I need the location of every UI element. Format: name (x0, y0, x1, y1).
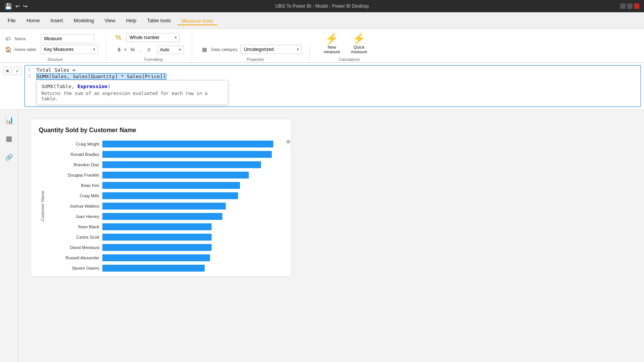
chart-bar-row: Steven Owens (49, 264, 279, 272)
left-panel: 📊 ▦ 🔗 (0, 110, 18, 362)
data-category-icon: ▦ (201, 46, 208, 53)
bar-track (102, 234, 279, 241)
formula-confirm-btn[interactable]: ✓ (13, 67, 21, 75)
chart-bar-row: Craig Mills (49, 192, 279, 200)
menu-file[interactable]: File (3, 15, 20, 26)
data-category-select[interactable]: Uncategorized (240, 45, 302, 54)
autocomplete-popup: SUMX(Table, Expression) Returns the sum … (36, 80, 228, 105)
bar-fill[interactable] (102, 172, 249, 179)
bar-track (102, 213, 279, 220)
chart-bar-row: Juan Harvey (49, 212, 279, 221)
autocomplete-desc: Returns the sum of an expression evaluat… (41, 91, 223, 102)
bar-fill[interactable] (102, 161, 261, 168)
formatting-label: Formatting (115, 57, 192, 62)
chart-title: Quantity Sold by Customer Name (39, 127, 283, 134)
bar-fill[interactable] (102, 213, 222, 220)
autocomplete-sig-bold: Expression (77, 84, 107, 89)
bar-fill[interactable] (102, 141, 273, 147)
chart-bar-row: Russell Alexander (49, 254, 279, 262)
bar-label: Brian Kim (49, 183, 99, 188)
home-table-select[interactable]: Key Measures (41, 45, 98, 54)
format-select[interactable]: Whole number Decimal number Currency Per… (126, 33, 180, 42)
maximize-btn[interactable] (627, 3, 632, 9)
minimize-btn[interactable] (620, 3, 626, 9)
bar-track (102, 161, 279, 168)
window-title: UBG To Power BI - Model - Power BI Deskt… (275, 3, 369, 9)
name-label: Name (15, 36, 38, 41)
chart-container: Quantity Sold by Customer Name Customer … (31, 119, 291, 277)
formula-line2-text: SUMX(Sales, Sales[Quantity] * Sales[Pric… (36, 74, 166, 79)
data-category-select-wrap: Uncategorized (240, 45, 302, 54)
title-bar: 💾 ↩ ↪ UBG To Power BI - Model - Power BI… (0, 0, 644, 12)
decimal-button[interactable]: .0 (145, 46, 153, 54)
menu-table-tools[interactable]: Table tools (143, 15, 176, 26)
formula-editor[interactable]: 1 Total Sales = 2 SUMX(Sales, Sales[Quan… (25, 65, 641, 107)
chart-bar-row: David Mendoza (49, 243, 279, 252)
quick-measure-button[interactable]: ⚡ Quickmeasure (346, 32, 372, 56)
menu-help[interactable]: Help (122, 15, 141, 26)
formula-highlighted-text: SUMX(Sales, Sales[Quantity] * Sales[Pric… (36, 73, 166, 80)
name-icon: 🏷 (5, 35, 12, 42)
bar-label: Joshua Watkins (49, 204, 99, 208)
comma-button[interactable]: , (138, 46, 144, 54)
ribbon-group-properties: ▦ Data category Uncategorized Properties (201, 45, 310, 62)
menu-insert[interactable]: Insert (46, 15, 68, 26)
scrollbar-track (279, 140, 283, 272)
dollar-button[interactable]: $ (115, 45, 123, 54)
scrollbar-handle[interactable] (286, 140, 290, 144)
chart-bar-row: Brian Kim (49, 181, 279, 190)
menu-measure-tools[interactable]: Measure tools (177, 16, 218, 25)
save-icon[interactable]: 💾 (5, 3, 12, 10)
percent-button[interactable]: % (128, 45, 137, 54)
quick-measure-icon: ⚡ (352, 33, 366, 44)
redo-icon[interactable]: ↪ (23, 3, 28, 9)
bar-fill[interactable] (102, 244, 212, 251)
properties-label: Properties (201, 57, 309, 62)
ribbon-group-calculations: ⚡ Newmeasure ⚡ Quickmeasure Calculations (319, 32, 380, 62)
ribbon: 🏷 Name 🏠 Home table Key Measures Structu… (0, 29, 644, 63)
bar-track (102, 223, 279, 230)
autocomplete-sig: SUMX(Table, Expression) (41, 84, 223, 89)
left-panel-table-icon[interactable]: ▦ (3, 133, 15, 145)
main-area: 📊 ▦ 🔗 Quantity Sold by Customer Name Cus… (0, 110, 644, 362)
menu-home[interactable]: Home (22, 15, 44, 26)
bar-track (102, 192, 279, 199)
bar-fill[interactable] (102, 203, 226, 210)
left-panel-model-icon[interactable]: 🔗 (3, 151, 15, 163)
formula-cancel-btn[interactable]: ✕ (3, 67, 12, 75)
menu-modeling[interactable]: Modeling (69, 15, 99, 26)
formula-line-2: 2 SUMX(Sales, Sales[Quantity] * Sales[Pr… (28, 74, 637, 79)
dollar-dropdown[interactable]: ▼ (123, 48, 127, 52)
new-measure-label: Newmeasure (324, 45, 340, 54)
bar-label: David Mendoza (49, 245, 99, 250)
bar-fill[interactable] (102, 254, 210, 261)
structure-label: Structure (5, 57, 106, 62)
data-category-label: Data category (211, 47, 237, 52)
home-table-icon: 🏠 (5, 46, 12, 53)
bar-fill[interactable] (102, 223, 212, 230)
formula-controls: ✕ ✓ (3, 65, 21, 75)
left-panel-chart-icon[interactable]: 📊 (3, 114, 15, 126)
bar-fill[interactable] (102, 151, 272, 158)
bar-label: Sean Black (49, 224, 99, 229)
calculations-label: Calculations (319, 57, 380, 62)
line-num-1: 1 (28, 67, 33, 73)
auto-select[interactable]: Auto (157, 46, 184, 54)
calc-buttons: ⚡ Newmeasure ⚡ Quickmeasure (319, 32, 372, 56)
bar-fill[interactable] (102, 192, 238, 199)
bar-track (102, 244, 279, 251)
chart-bar-row: Carlos Scott (49, 233, 279, 241)
name-input[interactable] (41, 34, 94, 43)
menu-view[interactable]: View (100, 15, 120, 26)
close-btn[interactable] (634, 3, 639, 9)
canvas-area: Quantity Sold by Customer Name Customer … (18, 110, 644, 362)
ribbon-group-formatting: % Whole number Decimal number Currency P… (115, 33, 192, 62)
new-measure-button[interactable]: ⚡ Newmeasure (319, 32, 345, 56)
bar-fill[interactable] (102, 234, 212, 241)
bar-fill[interactable] (102, 265, 205, 272)
chart-bar-row: Brandon Diaz (49, 161, 279, 169)
bar-fill[interactable] (102, 182, 240, 189)
undo-icon[interactable]: ↩ (15, 3, 20, 9)
bar-label: Ronald Bradley (49, 152, 99, 157)
bar-label: Craig Wright (49, 142, 99, 146)
